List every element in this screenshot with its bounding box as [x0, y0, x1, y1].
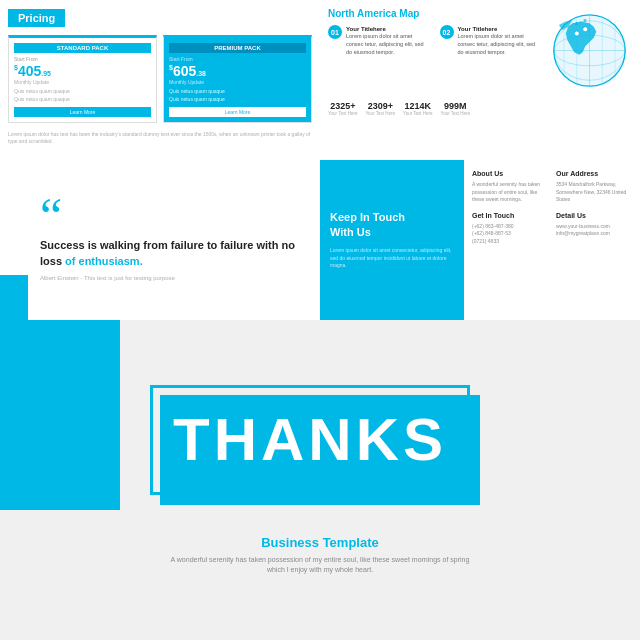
- standard-card: Standard Pack Start From $405.95 Monthly…: [8, 35, 157, 123]
- quote-mark: “: [40, 199, 300, 234]
- contact-desc: Lorem ipsum dolor sit amet consectetur, …: [330, 247, 454, 270]
- stat-1: 2325+ Your Text Here: [328, 101, 358, 116]
- svg-point-10: [583, 27, 588, 32]
- pricing-badge: Pricing: [8, 9, 65, 27]
- premium-price-decimal: .38: [196, 70, 206, 77]
- contact-phones: (+62) 863-487-380 (+62) 848-887-53 (0721…: [472, 223, 548, 246]
- standard-desc1: Quis netus quam quaque: [14, 88, 151, 94]
- map-stats: 2325+ Your Text Here 2309+ Your Text Her…: [328, 101, 632, 116]
- stat-3: 1214K Your Text Here: [403, 101, 433, 116]
- contact-about-title: About Us: [472, 170, 548, 177]
- map-title-text: North America: [328, 8, 397, 19]
- svg-point-9: [574, 31, 579, 36]
- thanks-footer: Business Template A wonderful serenity h…: [170, 535, 470, 576]
- contact-section: Keep In TouchWith Us Lorem ipsum dolor s…: [320, 160, 640, 320]
- premium-start-from: Start From: [169, 56, 306, 62]
- contact-detail-title: Detail Us: [556, 212, 632, 219]
- standard-btn[interactable]: Learn More: [14, 107, 151, 117]
- map-point-2: 02 Your Titlehere Lorem ipsum dolor sit …: [440, 25, 542, 56]
- contact-heading: Keep In TouchWith Us: [330, 210, 454, 239]
- quote-text-highlight: of enthusiasm.: [62, 255, 143, 267]
- contact-detail-text: www.your-business.com info@mygreatplace.…: [556, 223, 632, 238]
- svg-text:A: A: [575, 21, 578, 26]
- thanks-text: THANKS: [173, 405, 447, 474]
- map-title: North America Map: [328, 8, 541, 19]
- contact-right-panel: About Us A wonderful serenity has taken …: [464, 160, 640, 320]
- premium-desc1: Quis netus quam quaque: [169, 88, 306, 94]
- thanks-biz-title: Business Template: [170, 535, 470, 550]
- page-container: Pricing Standard Pack Start From $405.95…: [0, 0, 640, 640]
- premium-btn[interactable]: Learn More: [169, 107, 306, 117]
- pricing-cards: Standard Pack Start From $405.95 Monthly…: [8, 35, 312, 123]
- contact-left-panel: Keep In TouchWith Us Lorem ipsum dolor s…: [320, 160, 464, 320]
- thanks-biz-desc: A wonderful serenity has taken possessio…: [170, 555, 470, 576]
- thanks-blue-decoration: [0, 320, 120, 510]
- standard-header: Standard Pack: [14, 43, 151, 53]
- quote-text: Success is walking from failure to failu…: [40, 238, 300, 269]
- quote-block: “ Success is walking from failure to fai…: [20, 199, 300, 281]
- standard-price: $405.95: [14, 63, 151, 79]
- contact-email: info@mygreatplace.com: [556, 230, 632, 238]
- svg-text:B: B: [584, 18, 587, 23]
- contact-phone3: (0721) 4833: [472, 238, 548, 246]
- premium-price-main: 605: [173, 63, 196, 79]
- contact-about-col: About Us A wonderful serenity has taken …: [472, 170, 548, 310]
- pricing-note: Lorem ipsum dolor has text has been the …: [8, 131, 312, 145]
- contact-get-in-touch-title: Get In Touch: [472, 212, 548, 219]
- map-point-1-num: 01: [328, 25, 342, 39]
- contact-about-text: A wonderful serenity has taken possessio…: [472, 181, 548, 204]
- map-section: North America Map 01 Your Titlehere Lore…: [320, 0, 640, 160]
- stat-2: 2309+ Your Text Here: [366, 101, 396, 116]
- contact-address-text: 3534 Marshalfork Parkway, Somewhere New,…: [556, 181, 632, 204]
- contact-address-title: Our Address: [556, 170, 632, 177]
- map-point-2-num: 02: [440, 25, 454, 39]
- map-point-1: 01 Your Titlehere Lorem ipsum dolor sit …: [328, 25, 430, 56]
- contact-inner: Keep In TouchWith Us Lorem ipsum dolor s…: [320, 160, 640, 320]
- premium-desc2: Quis netus quam quaque: [169, 96, 306, 102]
- map-points: 01 Your Titlehere Lorem ipsum dolor sit …: [328, 25, 541, 56]
- map-point-2-text: Your Titlehere Lorem ipsum dolor sit ame…: [458, 25, 542, 56]
- contact-phone1: (+62) 863-487-380: [472, 223, 548, 231]
- globe-icon: A B: [547, 8, 632, 93]
- contact-address-col: Our Address 3534 Marshalfork Parkway, So…: [556, 170, 632, 310]
- standard-price-main: 405: [18, 63, 41, 79]
- stat-4: 999M Your Text Here: [441, 101, 471, 116]
- premium-header: Premium Pack: [169, 43, 306, 53]
- standard-period: Monthly Update: [14, 79, 151, 85]
- standard-price-decimal: .95: [41, 70, 51, 77]
- thanks-section: THANKS Business Template A wonderful ser…: [0, 320, 640, 640]
- contact-phone2: (+62) 848-887-53: [472, 230, 548, 238]
- premium-price: $605.38: [169, 63, 306, 79]
- standard-desc2: Quis netus quam quaque: [14, 96, 151, 102]
- pricing-section: Pricing Standard Pack Start From $405.95…: [0, 0, 320, 160]
- premium-card: Premium Pack Start From $605.38 Monthly …: [163, 35, 312, 123]
- quote-section: “ Success is walking from failure to fai…: [0, 160, 320, 320]
- quote-blue-decoration: [0, 275, 28, 320]
- quote-author: Albert Einstein - This text is just for …: [40, 275, 300, 281]
- map-point-1-text: Your Titlehere Lorem ipsum dolor sit ame…: [346, 25, 430, 56]
- map-title-highlight: Map: [399, 8, 419, 19]
- standard-start-from: Start From: [14, 56, 151, 62]
- contact-website: www.your-business.com: [556, 223, 632, 231]
- premium-period: Monthly Update: [169, 79, 306, 85]
